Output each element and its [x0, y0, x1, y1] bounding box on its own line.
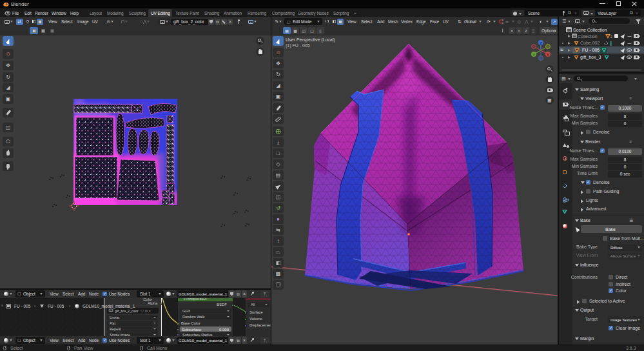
svg-text:Y: Y [532, 53, 535, 57]
svg-text:Z: Z [540, 41, 542, 45]
svg-text:X: X [547, 53, 549, 57]
